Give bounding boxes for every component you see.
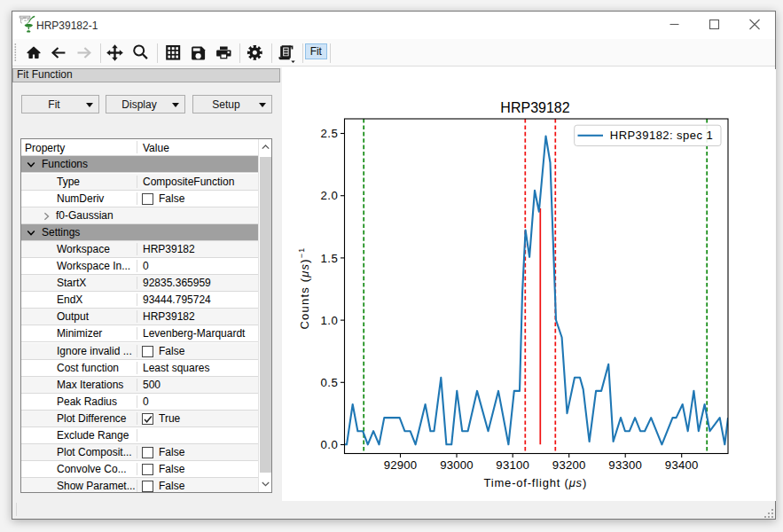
svg-text:93400: 93400 xyxy=(665,458,699,472)
svg-text:1.0: 1.0 xyxy=(320,314,338,327)
svg-text:0.5: 0.5 xyxy=(320,376,338,389)
svg-text:93000: 93000 xyxy=(440,458,474,472)
svg-text:HRP39182: spec 1: HRP39182: spec 1 xyxy=(610,129,713,142)
svg-text:2.0: 2.0 xyxy=(320,189,338,202)
svg-text:93200: 93200 xyxy=(552,458,586,472)
svg-text:93300: 93300 xyxy=(608,458,642,472)
svg-text:93100: 93100 xyxy=(496,458,529,472)
svg-text:1.5: 1.5 xyxy=(320,252,338,265)
svg-text:92900: 92900 xyxy=(384,458,418,472)
svg-text:2.5: 2.5 xyxy=(320,127,338,140)
svg-text:Time-of-flight (μs): Time-of-flight (μs) xyxy=(484,476,587,489)
svg-text:0.0: 0.0 xyxy=(320,438,338,451)
svg-text:HRP39182: HRP39182 xyxy=(500,100,569,115)
svg-text:Counts (μs)−1: Counts (μs)−1 xyxy=(297,247,311,330)
